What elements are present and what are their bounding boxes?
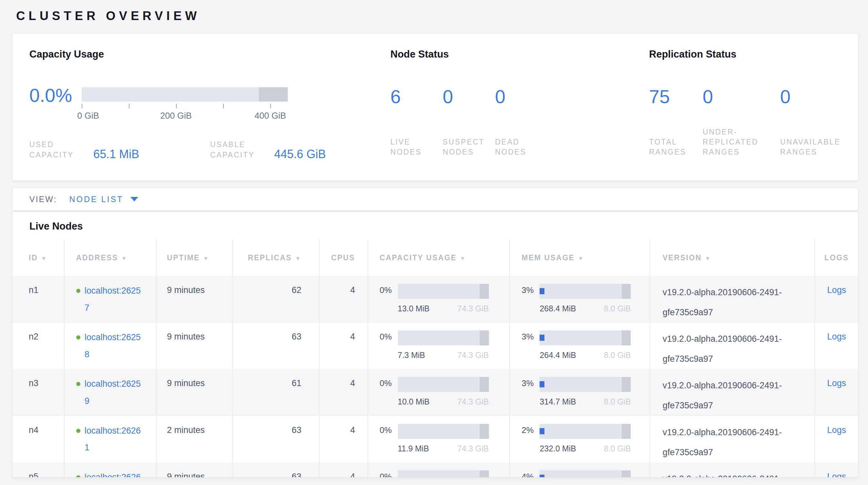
unavailable-ranges-value: 0: [780, 87, 858, 106]
dead-nodes-label: DEAD NODES: [495, 137, 547, 157]
node-replicas: 62: [291, 285, 301, 295]
node-id: n5: [29, 472, 38, 478]
capacity-meter-values: 7.3 MiB 74.3 GiB: [398, 350, 489, 360]
node-replicas-cell: 63: [232, 323, 320, 369]
node-replicas-cell: 61: [232, 369, 320, 416]
capacity-stats: USED CAPACITY 65.1 MiB USABLE CAPACITY 4…: [29, 139, 391, 160]
view-selector-dropdown[interactable]: NODE LIST: [57, 195, 138, 204]
node-live-dot-icon: [76, 335, 81, 340]
node-logs-link[interactable]: Logs: [827, 332, 846, 341]
capacity-used-value: 10.0 MiB: [398, 397, 430, 406]
column-header-replicas[interactable]: REPLICAS▼: [232, 239, 320, 276]
tick-label: 200 GiB: [160, 111, 192, 121]
column-label: REPLICAS: [248, 254, 292, 262]
suspect-nodes-value: 0: [443, 87, 495, 106]
usable-capacity-label: USABLE CAPACITY: [210, 139, 266, 160]
node-mem-usage-cell: 2% 232.0 MiB 8.0 GiB: [509, 416, 650, 463]
capacity-meter-track: [398, 284, 489, 299]
mem-meter-track: [539, 377, 631, 392]
live-nodes-label: LIVE NODES: [391, 137, 443, 157]
mem-meter-fill: [539, 428, 545, 434]
chevron-down-icon: [130, 197, 138, 201]
node-uptime: 9 minutes: [167, 472, 205, 478]
column-header-address[interactable]: ADDRESS▼: [64, 239, 156, 276]
mem-meter-track: [539, 424, 631, 439]
mem-total-value: 8.0 GiB: [604, 444, 631, 453]
column-header-mem-usage[interactable]: MEM USAGE▼: [509, 239, 650, 276]
sort-desc-icon: ▼: [41, 255, 47, 262]
mem-used-value: 232.0 MiB: [539, 444, 576, 453]
column-header-uptime[interactable]: UPTIME▼: [156, 239, 232, 276]
capacity-meter-reserved-segment: [479, 284, 489, 299]
mem-percent: 3%: [522, 378, 537, 392]
capacity-meter: 0%: [380, 332, 509, 345]
mem-used-value: 268.4 MiB: [539, 304, 576, 313]
mem-meter: 2%: [522, 425, 649, 439]
tick-mark: [129, 104, 129, 108]
node-address-link[interactable]: localhost:26261: [85, 422, 144, 456]
node-cpus-cell: 4: [319, 463, 368, 478]
mem-meter-fill: [539, 335, 545, 341]
mem-meter: 3%: [522, 332, 649, 345]
column-label: CPUS: [331, 254, 355, 262]
node-logs-link[interactable]: Logs: [827, 425, 846, 435]
node-address-link[interactable]: localhost:26258: [85, 329, 144, 363]
node-logs-link[interactable]: Logs: [827, 472, 846, 478]
node-logs-cell: Logs: [815, 416, 858, 463]
sort-desc-icon: ▼: [121, 255, 128, 262]
capacity-meter-reserved-segment: [479, 470, 489, 478]
mem-meter-track: [539, 470, 631, 478]
mem-total-value: 8.0 GiB: [604, 397, 631, 406]
node-capacity-usage-cell: 0% 10.0 MiB 74.3 GiB: [368, 369, 510, 416]
mem-used-value: 264.4 MiB: [539, 350, 576, 360]
capacity-meter-values: 13.0 MiB 74.3 GiB: [398, 304, 489, 313]
node-address-link[interactable]: localhost:26257: [85, 282, 144, 316]
node-version-cell: v19.2.0-alpha.20190606-2491-gfe735c9a97: [650, 323, 815, 369]
view-bar: VIEW: NODE LIST: [12, 188, 858, 210]
tick-mark: [82, 104, 82, 108]
capacity-percent: 0%: [380, 332, 395, 345]
sort-desc-icon: ▼: [578, 255, 584, 262]
capacity-meter: 0%: [380, 378, 509, 392]
capacity-meter: 0%: [380, 472, 509, 478]
node-logs-link[interactable]: Logs: [827, 378, 846, 388]
table-row: n5 localhost:26262 9 minutes 63 4 0%: [12, 463, 858, 478]
capacity-meter-reserved-segment: [479, 424, 489, 439]
tick-mark: [176, 104, 177, 108]
node-mem-usage-cell: 3% 268.4 MiB 8.0 GiB: [509, 276, 650, 323]
node-uptime-cell: 9 minutes: [156, 323, 232, 369]
node-address-link[interactable]: localhost:26259: [85, 375, 144, 409]
node-id: n1: [29, 285, 38, 295]
mem-meter-values: 264.4 MiB 8.0 GiB: [539, 350, 631, 360]
node-address-cell: localhost:26261: [64, 416, 156, 463]
node-logs-link[interactable]: Logs: [827, 285, 846, 295]
node-uptime: 2 minutes: [167, 425, 205, 435]
mem-meter-reserved-segment: [622, 470, 631, 478]
node-uptime-cell: 9 minutes: [156, 369, 232, 416]
under-replicated-ranges-value: 0: [703, 87, 780, 106]
capacity-percent: 0%: [380, 472, 395, 478]
mem-meter-track: [539, 284, 631, 299]
node-replicas-cell: 63: [232, 416, 320, 463]
live-nodes-title: Live Nodes: [29, 221, 858, 232]
mem-used-value: 314.7 MiB: [539, 397, 576, 406]
node-address-link[interactable]: localhost:26262: [85, 469, 144, 478]
column-label: CAPACITY USAGE: [380, 254, 457, 262]
replication-status-section: Replication Status 75 TOTAL RANGES 0 UND…: [649, 49, 858, 180]
view-selected-value: NODE LIST: [69, 195, 123, 204]
capacity-usage-title: Capacity Usage: [29, 49, 391, 60]
node-status-title: Node Status: [391, 49, 649, 60]
column-label: LOGS: [825, 254, 848, 262]
node-id-cell: n1: [12, 276, 64, 323]
node-cpus-cell: 4: [319, 276, 368, 323]
column-header-capacity-usage[interactable]: CAPACITY USAGE▼: [368, 239, 510, 276]
column-label: VERSION: [662, 254, 702, 262]
column-header-id[interactable]: ID▼: [12, 239, 64, 276]
node-address-cell: localhost:26259: [64, 369, 156, 416]
node-version: v19.2.0-alpha.20190606-2491-gfe735c9a97: [662, 282, 801, 322]
node-mem-usage-cell: 4% 329.6 MiB 8.0 GiB: [509, 463, 650, 478]
node-id-cell: n5: [12, 463, 64, 478]
column-header-version[interactable]: VERSION▼: [650, 239, 815, 276]
node-mem-usage-cell: 3% 264.4 MiB 8.0 GiB: [509, 323, 650, 369]
used-capacity-label: USED CAPACITY: [29, 139, 85, 160]
